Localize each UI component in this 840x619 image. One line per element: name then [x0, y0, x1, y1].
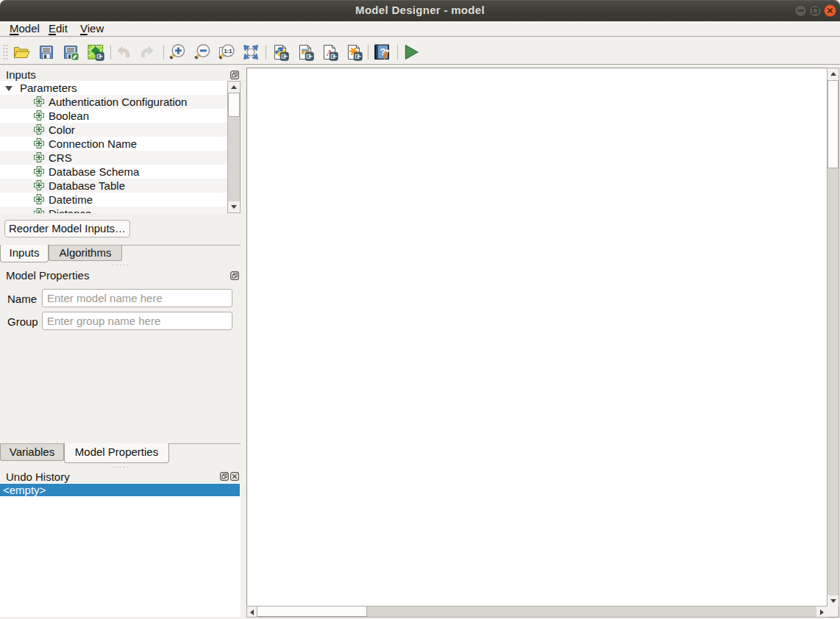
svg-text:1:1: 1:1 — [224, 48, 232, 54]
